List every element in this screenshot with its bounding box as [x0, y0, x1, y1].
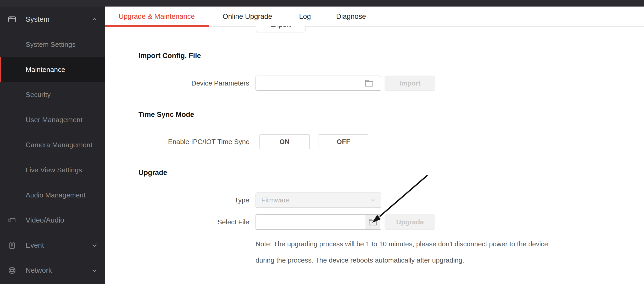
select-file-label: Select File	[105, 219, 249, 225]
video-camera-icon	[8, 216, 16, 224]
sidebar-item-label: Video/Audio	[26, 216, 64, 224]
tab-diagnose[interactable]: Diagnose	[324, 7, 378, 26]
folder-browse-icon[interactable]	[365, 215, 380, 229]
section-heading-upgrade: Upgrade	[138, 169, 167, 177]
tab-upgrade-maintenance[interactable]: Upgrade & Maintenance	[105, 7, 209, 26]
sidebar-item-camera-management[interactable]: Camera Management	[0, 132, 105, 157]
sidebar-item-live-view-settings[interactable]: Live View Settings	[0, 157, 105, 183]
sidebar-item-system[interactable]: System	[0, 7, 105, 32]
sidebar-item-security[interactable]: Security	[0, 82, 105, 107]
sidebar-item-label: Maintenance	[26, 66, 65, 74]
upgrade-button[interactable]: Upgrade	[385, 214, 435, 230]
tab-online-upgrade[interactable]: Online Upgrade	[209, 7, 286, 26]
time-sync-on-button[interactable]: ON	[259, 134, 310, 149]
active-tab-underline	[105, 25, 209, 27]
sidebar: System System Settings Maintenance Secur…	[0, 7, 105, 284]
folder-browse-icon[interactable]	[364, 79, 374, 87]
sidebar-item-label: Event	[26, 241, 44, 249]
globe-icon	[8, 266, 16, 275]
sidebar-item-audio-management[interactable]: Audio Management	[0, 183, 105, 208]
top-dark-bar	[0, 0, 644, 7]
sidebar-item-network[interactable]: Network	[0, 258, 105, 283]
upgrade-note-line1: Note: The upgrading process will be 1 to…	[256, 240, 548, 248]
sidebar-item-label: Camera Management	[26, 141, 92, 149]
select-file-input[interactable]	[256, 214, 381, 230]
chevron-down-icon	[92, 242, 97, 248]
section-heading-time-sync: Time Sync Mode	[138, 111, 194, 118]
chevron-down-icon	[92, 268, 97, 273]
device-parameters-label: Device Parameters	[105, 80, 249, 87]
section-heading-import-config: Import Config. File	[138, 52, 201, 60]
sidebar-item-system-settings[interactable]: System Settings	[0, 32, 105, 57]
type-label: Type	[105, 197, 249, 203]
type-select[interactable]: Firmware	[256, 192, 381, 208]
chevron-up-icon	[92, 16, 97, 22]
window-icon	[8, 15, 16, 24]
clipboard-icon	[8, 241, 16, 249]
sidebar-item-label: System Settings	[26, 41, 76, 49]
sidebar-item-event[interactable]: Event	[0, 233, 105, 258]
tab-log[interactable]: Log	[286, 7, 324, 26]
tab-bar: Upgrade & Maintenance Online Upgrade Log…	[105, 7, 644, 26]
sidebar-item-label: System	[26, 15, 49, 24]
sidebar-item-label: Audio Management	[26, 191, 86, 199]
sidebar-item-label: User Management	[26, 116, 82, 124]
type-select-value: Firmware	[261, 196, 290, 204]
sidebar-item-label: Live View Settings	[26, 166, 82, 174]
chevron-down-icon	[370, 197, 376, 204]
sidebar-item-maintenance[interactable]: Maintenance	[0, 57, 105, 82]
enable-ipc-iot-time-sync-label: Enable IPC/IOT Time Sync	[105, 138, 249, 145]
import-button[interactable]: Import	[385, 76, 435, 91]
sidebar-item-user-management[interactable]: User Management	[0, 107, 105, 132]
sidebar-item-video-audio[interactable]: Video/Audio	[0, 208, 105, 233]
time-sync-off-button[interactable]: OFF	[319, 134, 368, 149]
sidebar-item-label: Network	[26, 266, 52, 275]
sidebar-item-label: Security	[26, 91, 51, 99]
upgrade-note-line2: during the process. The device reboots a…	[256, 256, 464, 264]
app-window: System System Settings Maintenance Secur…	[0, 0, 644, 284]
device-parameters-input[interactable]	[256, 76, 381, 91]
